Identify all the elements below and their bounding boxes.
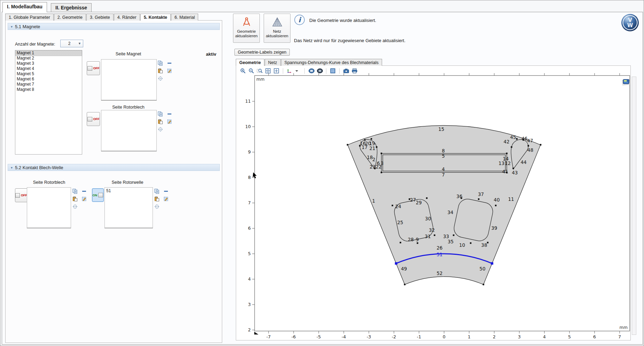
geometrie-labels-zeigen-button[interactable]: Geometrie-Labels zeigen [234, 49, 290, 56]
remove-icon[interactable] [167, 111, 172, 117]
svg-text:37: 37 [478, 191, 484, 197]
paste-icon[interactable] [154, 196, 160, 202]
section-title: 5.2 Kontakt Blech-Welle [15, 165, 63, 170]
tab-ergebnisse[interactable]: II. Ergebnisse [51, 3, 92, 12]
mesh-hint-message: Das Netz wird nur für zugewiesene Gebiet… [294, 38, 405, 43]
svg-text:4: 4 [442, 166, 445, 172]
section-title: 5.1 Magnete [15, 24, 40, 29]
clear-selection-icon[interactable] [167, 68, 172, 73]
toggle-seite-magnet[interactable]: OFF [87, 61, 100, 75]
svg-text:26: 26 [436, 245, 442, 251]
toggle-square [98, 193, 103, 197]
subtab-bar: 1. Globale Parameter2. Geometrie3. Gebie… [5, 14, 199, 21]
section-header-magnete[interactable]: ▾ 5.1 Magnete [8, 23, 220, 30]
seite-rotorblech-selection-box[interactable] [101, 110, 157, 151]
clear-selection-icon[interactable] [163, 196, 169, 202]
svg-text:15: 15 [438, 126, 444, 132]
zoom-to-selection-icon[interactable] [72, 204, 78, 209]
kontakt-rotorwelle-header: Seite Rotorwelle [105, 180, 150, 185]
seite-magnet-selection-box[interactable] [101, 59, 157, 101]
vertical-scrollbar[interactable] [632, 77, 636, 335]
collapse-triangle-icon: ▾ [11, 166, 13, 170]
clear-selection-icon[interactable] [167, 119, 172, 124]
magnet-list-item[interactable]: Magnet 2 [15, 56, 82, 61]
toggle-kontakt-rotorblech[interactable]: OFF [15, 188, 28, 202]
paste-icon[interactable] [72, 196, 78, 202]
svg-text:50: 50 [480, 266, 486, 272]
magnet-list-item[interactable]: Magnet 4 [15, 66, 82, 71]
graphics-tab-bar: GeometrieNetzSpannungs-Dehnungs-Kurve de… [236, 59, 382, 66]
zoom-to-selection-icon[interactable] [158, 127, 163, 132]
paste-icon[interactable] [158, 119, 163, 124]
subtab-4[interactable]: 4. Ränder [114, 14, 140, 21]
kontakt-rotorblech-icons [72, 189, 87, 211]
graphics-tab-3[interactable]: Spannungs-Dehnungs-Kurve des Blechmateri… [281, 59, 382, 66]
zoom-to-selection-icon[interactable] [154, 204, 160, 209]
subtab-5[interactable]: 5. Kontakte [140, 14, 171, 21]
clear-selection-icon[interactable] [82, 196, 87, 202]
svg-text:0: 0 [443, 334, 445, 339]
netz-aktualisieren-button[interactable]: Netzaktualisieren [264, 14, 290, 43]
svg-text:7: 7 [442, 172, 445, 178]
section-header-kontakt-blech-welle[interactable]: ▾ 5.2 Kontakt Blech-Welle [8, 164, 220, 171]
kontakt-rotorblech-header: Seite Rotorblech [26, 180, 72, 185]
toggle-off-label: OFF [93, 117, 100, 121]
seite-rotorblech-header: Seite Rotorblech [100, 105, 157, 110]
tab-modellaufbau[interactable]: I. Modellaufbau [2, 2, 47, 12]
geometry-plot[interactable]: -7-6-5-4-3-2-101234567234567891011mmmm15… [236, 66, 631, 340]
svg-text:4: 4 [543, 334, 546, 339]
aktiv-label: aktiv [195, 52, 216, 57]
toggle-square [87, 117, 92, 121]
copy-icon[interactable] [72, 189, 78, 194]
magnet-list-item[interactable]: Magnet 1 [15, 50, 82, 56]
magnet-list-item[interactable]: Magnet 3 [15, 61, 82, 66]
toggle-square [87, 66, 92, 71]
remove-icon[interactable] [163, 189, 169, 194]
geometry-status-message: Die Geometrie wurde aktualisiert. [309, 18, 376, 23]
svg-text:1: 1 [372, 198, 375, 204]
svg-text:12: 12 [505, 160, 511, 166]
geometrie-aktualisieren-button[interactable]: Geometrieaktualisieren [233, 14, 260, 43]
svg-text:39: 39 [491, 225, 497, 231]
svg-text:3: 3 [248, 302, 251, 307]
selected-boundary-item[interactable]: 51 [106, 188, 151, 193]
colormap-icon[interactable] [622, 79, 629, 85]
copy-icon[interactable] [158, 111, 163, 117]
paste-icon[interactable] [158, 68, 163, 73]
kontakt-rotorwelle-selection-box[interactable]: 51 [104, 187, 153, 228]
kontakt-rotorblech-selection-box[interactable] [27, 187, 71, 228]
magnet-list[interactable]: Magnet 1Magnet 2Magnet 3Magnet 4Magnet 5… [15, 50, 82, 155]
svg-text:10: 10 [245, 124, 251, 129]
seite-magnet-header: Seite Magnet [100, 52, 157, 56]
toggle-seite-rotorblech[interactable]: OFF [87, 112, 100, 126]
zoom-to-selection-icon[interactable] [158, 76, 163, 81]
subtab-6[interactable]: 6. Material [171, 14, 198, 21]
graphics-tab-1[interactable]: Geometrie [236, 59, 264, 66]
remove-icon[interactable] [167, 61, 172, 66]
seite-rotorblech-icons [158, 111, 173, 133]
toggle-on-label: ON [93, 194, 98, 197]
subtab-2[interactable]: 2. Geometrie [54, 14, 86, 21]
subtab-1[interactable]: 1. Globale Parameter [5, 14, 54, 21]
anzahl-magnete-dropdown[interactable]: 2 ▼ [60, 40, 83, 47]
magnet-list-item[interactable]: Magnet 5 [15, 71, 82, 77]
svg-text:45: 45 [510, 134, 516, 140]
svg-text:49: 49 [401, 266, 407, 272]
magnet-list-item[interactable]: Magnet 7 [15, 82, 82, 87]
graphics-tab-2[interactable]: Netz [265, 59, 281, 66]
svg-text:-5: -5 [317, 334, 321, 339]
svg-text:43: 43 [512, 170, 518, 175]
copy-icon[interactable] [158, 61, 163, 66]
svg-text:25: 25 [397, 220, 403, 225]
subtab-3[interactable]: 3. Gebiete [86, 14, 114, 21]
remove-icon[interactable] [82, 189, 87, 194]
toggle-kontakt-rotorwelle[interactable]: ON [92, 188, 104, 202]
svg-text:1: 1 [468, 334, 471, 339]
copy-icon[interactable] [154, 189, 160, 194]
svg-text:35: 35 [448, 239, 453, 244]
svg-text:W: W [627, 22, 633, 29]
magnet-list-item[interactable]: Magnet 6 [15, 77, 82, 82]
svg-text:-1: -1 [417, 334, 421, 339]
magnet-list-item[interactable]: Magnet 8 [15, 87, 82, 92]
kontakt-rotorwelle-icons [154, 189, 169, 211]
